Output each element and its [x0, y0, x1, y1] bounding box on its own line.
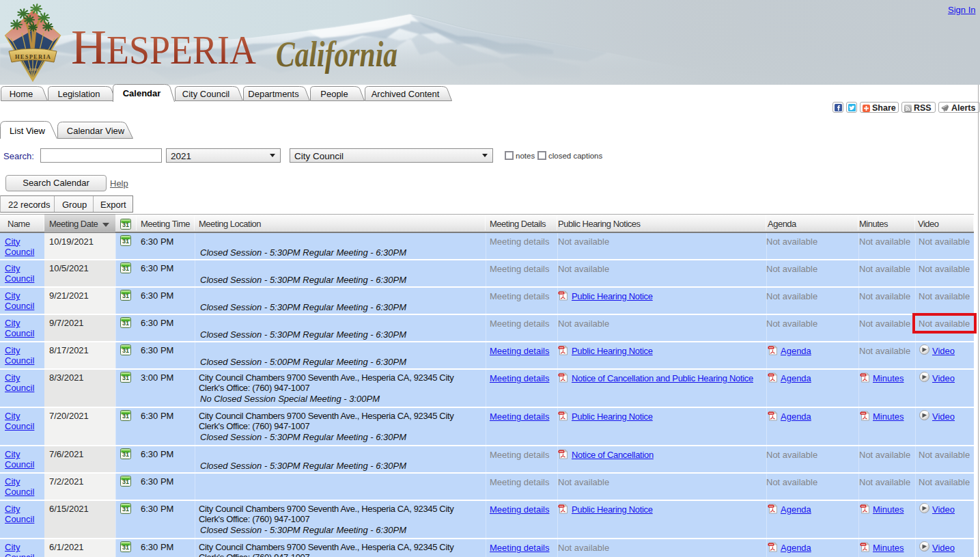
svg-text:HESPERIA: HESPERIA: [15, 53, 51, 60]
svg-text:31: 31: [122, 544, 129, 551]
svg-text:Legislation: Legislation: [57, 89, 100, 99]
svg-text:31: 31: [122, 320, 129, 327]
svg-text:H: H: [71, 21, 107, 74]
svg-text:People: People: [320, 89, 348, 99]
svg-text:31: 31: [122, 413, 129, 420]
svg-text:ESPERIA: ESPERIA: [107, 27, 256, 72]
svg-text:Departments: Departments: [248, 89, 299, 99]
svg-text:31: 31: [122, 238, 129, 245]
svg-text:31: 31: [122, 451, 129, 458]
svg-text:Home: Home: [10, 89, 33, 99]
svg-text:City Council: City Council: [182, 89, 229, 99]
svg-text:31: 31: [122, 347, 129, 354]
svg-text:California: California: [276, 35, 397, 74]
svg-text:31: 31: [122, 265, 129, 272]
svg-text:Calendar View: Calendar View: [67, 126, 125, 136]
svg-text:List View: List View: [10, 126, 45, 136]
svg-text:31: 31: [122, 478, 129, 485]
svg-text:31: 31: [122, 221, 129, 228]
svg-text:31: 31: [122, 506, 129, 513]
svg-text:Calendar: Calendar: [123, 88, 161, 98]
svg-text:1988: 1988: [28, 67, 38, 72]
svg-text:31: 31: [122, 293, 129, 299]
svg-text:Archived Content: Archived Content: [372, 89, 440, 99]
svg-text:31: 31: [122, 375, 129, 381]
